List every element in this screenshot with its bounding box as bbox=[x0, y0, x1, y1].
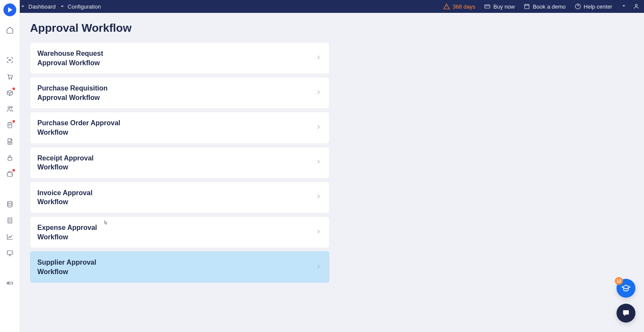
sidebar-nav bbox=[6, 26, 14, 287]
svg-rect-6 bbox=[8, 157, 12, 160]
svg-rect-10 bbox=[7, 251, 12, 254]
chevron-down-icon bbox=[20, 3, 26, 9]
calendar-icon bbox=[523, 3, 530, 10]
trial-days[interactable]: 368 days bbox=[443, 3, 475, 10]
nav-scan-icon[interactable] bbox=[6, 56, 14, 64]
nav-lock-icon[interactable] bbox=[6, 154, 14, 162]
nav-cart-icon[interactable] bbox=[6, 72, 14, 81]
chevron-right-icon bbox=[315, 228, 322, 237]
nav-building-icon[interactable] bbox=[6, 216, 14, 225]
page-title: Approval Workflow bbox=[30, 21, 634, 35]
nav-monitor-icon[interactable] bbox=[6, 249, 14, 257]
user-menu[interactable] bbox=[633, 3, 640, 10]
user-icon bbox=[633, 3, 640, 10]
book-demo-button[interactable]: Book a demo bbox=[523, 3, 566, 10]
chevron-right-icon bbox=[315, 263, 322, 272]
learning-badge: 12 bbox=[615, 277, 623, 285]
chevron-down-icon bbox=[59, 3, 65, 9]
svg-point-12 bbox=[8, 283, 9, 284]
nav-toggle-icon[interactable] bbox=[6, 279, 14, 287]
svg-rect-14 bbox=[525, 4, 529, 9]
svg-rect-13 bbox=[485, 5, 490, 8]
svg-point-2 bbox=[8, 107, 10, 109]
svg-point-3 bbox=[10, 106, 12, 108]
buy-now-button[interactable]: Buy now bbox=[484, 3, 515, 10]
breadcrumb: Dashboard Configuration bbox=[20, 3, 443, 10]
workflow-card-title: Purchase Order Approval Workflow bbox=[37, 118, 123, 137]
workflow-list: Warehouse Request Approval Workflow Purc… bbox=[30, 42, 329, 283]
svg-point-0 bbox=[9, 78, 9, 79]
workflow-card-title: Purchase Requisition Approval Workflow bbox=[37, 84, 123, 102]
chevron-right-icon bbox=[315, 89, 322, 97]
nav-analytics-icon[interactable] bbox=[6, 232, 14, 241]
breadcrumb-configuration-label: Configuration bbox=[68, 3, 101, 10]
topbar-more-dropdown[interactable] bbox=[621, 3, 627, 10]
chevron-down-icon bbox=[621, 3, 627, 9]
warning-icon bbox=[443, 3, 450, 10]
nav-users-icon[interactable] bbox=[6, 105, 14, 113]
breadcrumb-dashboard[interactable]: Dashboard bbox=[20, 3, 56, 10]
svg-point-5 bbox=[9, 141, 11, 143]
workflow-card-invoice[interactable]: Invoice Approval Workflow bbox=[30, 182, 329, 213]
workflow-card-supplier[interactable]: Supplier Approval Workflow bbox=[30, 251, 329, 283]
workflow-card-title: Supplier Approval Workflow bbox=[37, 258, 123, 276]
nav-clipboard-alert-icon[interactable] bbox=[6, 121, 14, 130]
nav-box-alert-icon[interactable] bbox=[6, 88, 14, 97]
svg-point-8 bbox=[7, 201, 12, 203]
workflow-card-purchase-requisition[interactable]: Purchase Requisition Approval Workflow bbox=[30, 77, 329, 109]
help-center-label: Help center bbox=[584, 3, 612, 10]
chevron-right-icon bbox=[315, 54, 322, 63]
chat-icon bbox=[622, 309, 630, 317]
workflow-card-receipt[interactable]: Receipt Approval Workflow bbox=[30, 147, 329, 178]
chevron-right-icon bbox=[315, 193, 322, 202]
app-logo[interactable] bbox=[3, 3, 16, 16]
chevron-right-icon bbox=[315, 158, 322, 167]
main-content: Approval Workflow Warehouse Request Appr… bbox=[20, 13, 644, 332]
topbar: Dashboard Configuration 368 days Buy now… bbox=[0, 0, 644, 13]
chevron-right-icon bbox=[315, 124, 322, 132]
trial-days-label: 368 days bbox=[453, 3, 475, 10]
buy-now-label: Buy now bbox=[493, 3, 515, 10]
nav-home-icon[interactable] bbox=[6, 26, 14, 34]
help-center-button[interactable]: Help center bbox=[574, 3, 612, 10]
workflow-card-warehouse-request[interactable]: Warehouse Request Approval Workflow bbox=[30, 42, 329, 74]
card-icon bbox=[484, 3, 491, 10]
sidebar bbox=[0, 0, 20, 332]
breadcrumb-dashboard-label: Dashboard bbox=[28, 3, 56, 10]
svg-rect-9 bbox=[8, 218, 12, 223]
svg-point-16 bbox=[635, 4, 638, 6]
workflow-card-expense[interactable]: Expense Approval Workflow bbox=[30, 217, 329, 248]
nav-database-icon[interactable] bbox=[6, 200, 14, 208]
workflow-card-title: Expense Approval Workflow bbox=[37, 223, 123, 241]
learning-fab[interactable]: 12 bbox=[617, 279, 635, 298]
workflow-card-title: Invoice Approval Workflow bbox=[37, 188, 123, 207]
workflow-card-title: Warehouse Request Approval Workflow bbox=[37, 49, 123, 67]
nav-document-icon[interactable] bbox=[6, 137, 14, 146]
breadcrumb-configuration[interactable]: Configuration bbox=[59, 3, 101, 10]
chat-fab[interactable] bbox=[617, 304, 635, 323]
workflow-card-title: Receipt Approval Workflow bbox=[37, 154, 123, 172]
svg-point-1 bbox=[11, 78, 12, 79]
help-icon bbox=[574, 3, 581, 10]
graduation-cap-icon bbox=[621, 284, 631, 293]
workflow-card-purchase-order[interactable]: Purchase Order Approval Workflow bbox=[30, 112, 329, 143]
topbar-right: 368 days Buy now Book a demo Help center bbox=[443, 3, 640, 10]
book-demo-label: Book a demo bbox=[533, 3, 566, 10]
nav-wallet-alert-icon[interactable] bbox=[6, 170, 14, 178]
